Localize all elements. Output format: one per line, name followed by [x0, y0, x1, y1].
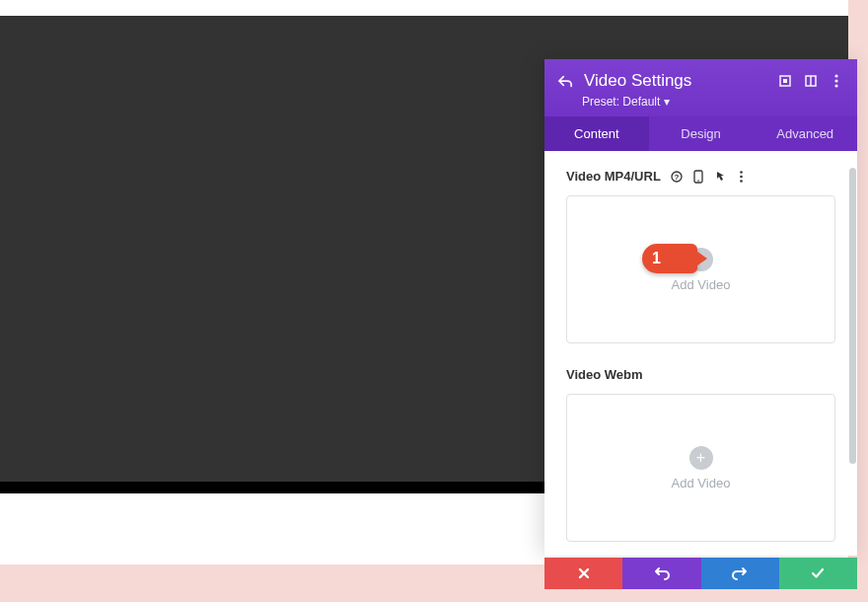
mp4-label-row: Video MP4/URL ?	[566, 169, 835, 184]
tab-design[interactable]: Design	[649, 116, 754, 151]
tab-content[interactable]: Content	[544, 116, 649, 151]
webm-label-row: Video Webm	[566, 367, 835, 382]
undo-button[interactable]	[622, 558, 700, 589]
svg-point-10	[697, 180, 699, 182]
preset-dropdown[interactable]: Preset: Default ▾	[582, 95, 843, 109]
webm-dropzone[interactable]: + Add Video	[566, 394, 835, 542]
panel-body: Video MP4/URL ? 1 + Add Vi	[544, 151, 857, 556]
webm-label: Video Webm	[566, 367, 643, 382]
svg-point-6	[834, 84, 837, 87]
redo-button[interactable]	[701, 558, 779, 589]
add-icon: +	[689, 248, 713, 271]
panel-title: Video Settings	[584, 71, 766, 91]
mobile-icon[interactable]	[692, 171, 704, 183]
mp4-add-label: Add Video	[672, 277, 731, 292]
cancel-button[interactable]	[544, 558, 622, 589]
panel-header-row: Video Settings	[558, 71, 843, 91]
svg-point-4	[834, 74, 837, 77]
help-icon[interactable]: ?	[671, 171, 683, 183]
back-icon[interactable]	[558, 74, 572, 88]
hover-icon[interactable]	[714, 171, 726, 183]
svg-point-13	[741, 180, 744, 183]
more-icon[interactable]	[830, 74, 843, 88]
expand-icon[interactable]	[778, 74, 792, 88]
save-button[interactable]	[779, 558, 857, 589]
video-settings-panel: Video Settings Preset: Default ▾ Content…	[544, 59, 857, 556]
top-strip	[0, 0, 848, 16]
mp4-label: Video MP4/URL	[566, 169, 661, 184]
settings-tabs: Content Design Advanced	[544, 116, 857, 151]
field-more-icon[interactable]	[736, 171, 748, 183]
mp4-dropzone[interactable]: 1 + Add Video	[566, 195, 835, 343]
page-root: Video Settings Preset: Default ▾ Content…	[0, 0, 868, 602]
panel-scrollbar[interactable]	[849, 168, 856, 464]
svg-rect-1	[783, 79, 787, 83]
svg-text:?: ?	[674, 173, 679, 182]
svg-point-5	[834, 79, 837, 82]
snap-icon[interactable]	[804, 74, 818, 88]
action-bar	[544, 558, 857, 589]
tab-advanced[interactable]: Advanced	[753, 116, 857, 151]
add-icon: +	[689, 446, 713, 470]
svg-point-12	[741, 175, 744, 178]
panel-header: Video Settings Preset: Default ▾	[544, 59, 857, 116]
webm-add-label: Add Video	[672, 476, 731, 490]
svg-point-11	[741, 171, 744, 174]
